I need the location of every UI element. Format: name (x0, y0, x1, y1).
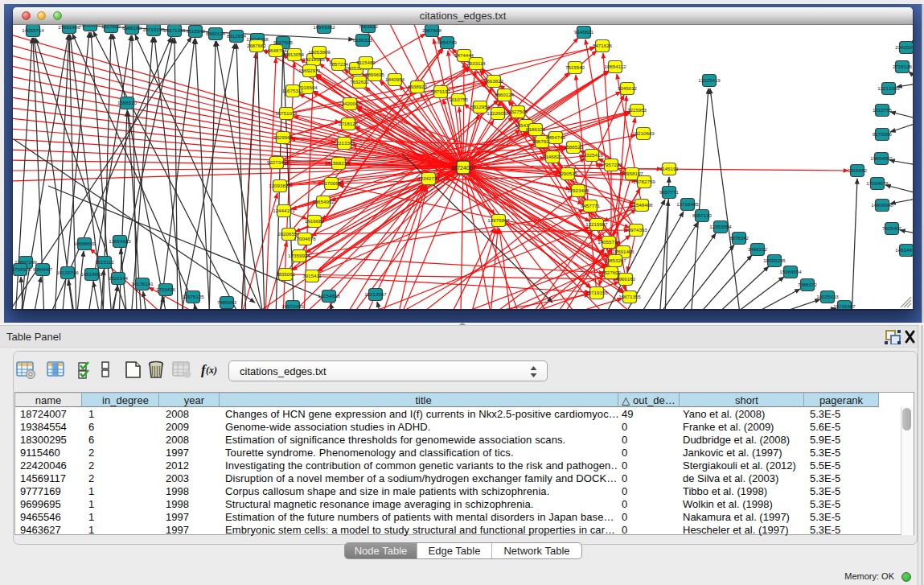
svg-text:9657771: 9657771 (659, 189, 680, 195)
svg-text:13654923: 13654923 (109, 238, 131, 244)
svg-text:8186323: 8186323 (526, 126, 546, 132)
svg-text:2967608: 2967608 (422, 27, 442, 33)
svg-text:14909948: 14909948 (871, 202, 893, 208)
svg-text:6966160: 6966160 (616, 276, 636, 282)
svg-text:17359924: 17359924 (288, 253, 310, 258)
svg-text:9327505: 9327505 (508, 109, 528, 114)
svg-text:3498212: 3498212 (748, 246, 768, 252)
svg-text:1615112: 1615112 (95, 259, 114, 265)
svg-text:8813054: 8813054 (285, 51, 305, 57)
svg-text:14055714: 14055714 (598, 239, 620, 245)
svg-text:7625402: 7625402 (882, 225, 902, 231)
svg-text:17004678: 17004678 (294, 236, 316, 241)
svg-text:6879197: 6879197 (431, 89, 451, 94)
svg-text:10853267: 10853267 (79, 25, 101, 27)
svg-text:12093822: 12093822 (269, 183, 291, 188)
svg-text:8454749: 8454749 (437, 39, 458, 45)
svg-text:(x): (x) (206, 365, 217, 376)
svg-text:7485063: 7485063 (217, 299, 237, 305)
svg-text:2522144: 2522144 (109, 275, 129, 281)
svg-text:9146821: 9146821 (574, 29, 594, 35)
svg-text:7632621: 7632621 (350, 79, 370, 84)
svg-text:8267130: 8267130 (692, 212, 713, 218)
svg-text:12975125: 12975125 (182, 294, 204, 299)
svg-text:17957223: 17957223 (600, 162, 622, 167)
svg-text:13325419: 13325419 (698, 77, 721, 83)
svg-text:1835061: 1835061 (276, 271, 296, 277)
svg-text:8454749: 8454749 (546, 134, 566, 140)
svg-text:9384067: 9384067 (33, 266, 53, 272)
svg-text:7663822: 7663822 (359, 25, 379, 29)
svg-text:15756928: 15756928 (13, 266, 31, 272)
svg-text:16053809: 16053809 (308, 49, 331, 55)
svg-text:9146821: 9146821 (543, 154, 563, 159)
svg-text:27691406: 27691406 (612, 249, 634, 254)
svg-text:10853267: 10853267 (604, 257, 626, 263)
svg-text:8660124: 8660124 (206, 31, 226, 36)
svg-text:1290515: 1290515 (558, 171, 578, 176)
svg-text:7515540: 7515540 (186, 28, 206, 34)
svg-text:1010755: 1010755 (449, 97, 469, 102)
svg-text:8186323: 8186323 (353, 37, 373, 43)
svg-text:1527602: 1527602 (602, 270, 622, 275)
svg-text:3915411: 3915411 (302, 273, 322, 278)
svg-text:1916682: 1916682 (848, 167, 868, 173)
svg-text:19654952: 19654952 (312, 199, 335, 204)
svg-text:13325419: 13325419 (581, 152, 603, 158)
svg-text:9115460: 9115460 (356, 60, 376, 65)
svg-text:16782759: 16782759 (633, 179, 655, 184)
svg-text:16671355: 16671355 (618, 294, 641, 299)
svg-text:8938923: 8938923 (408, 84, 428, 89)
svg-text:10654112: 10654112 (604, 64, 626, 69)
svg-text:19384554: 19384554 (779, 269, 802, 274)
svg-text:1145191: 1145191 (659, 166, 679, 171)
svg-text:11548408: 11548408 (630, 202, 653, 208)
svg-text:1588520: 1588520 (117, 100, 138, 105)
svg-text:14055714: 14055714 (22, 27, 44, 33)
svg-text:12342737: 12342737 (417, 175, 440, 181)
svg-text:8912954: 8912954 (470, 104, 491, 109)
svg-text:7515540: 7515540 (565, 64, 585, 70)
svg-text:2718126: 2718126 (339, 121, 359, 126)
svg-text:16210643: 16210643 (632, 130, 655, 136)
svg-text:13226058: 13226058 (487, 110, 509, 116)
svg-text:23420046: 23420046 (339, 101, 361, 106)
svg-text:11568219: 11568219 (327, 160, 350, 166)
svg-text:1440954: 1440954 (385, 76, 405, 82)
svg-text:10719155: 10719155 (142, 27, 165, 32)
svg-text:12213369: 12213369 (333, 140, 355, 146)
svg-text:17004678: 17004678 (866, 180, 889, 186)
svg-text:16154808: 16154808 (318, 293, 340, 299)
svg-text:8878342: 8878342 (729, 235, 749, 241)
svg-text:15692971: 15692971 (298, 68, 321, 73)
svg-text:16671355: 16671355 (163, 27, 186, 33)
svg-text:27691406: 27691406 (58, 25, 80, 30)
svg-text:18300295: 18300295 (763, 257, 786, 263)
svg-text:12353594: 12353594 (709, 224, 732, 229)
svg-text:2718126: 2718126 (893, 64, 913, 69)
svg-text:1588520: 1588520 (564, 144, 584, 150)
svg-text:9457771: 9457771 (581, 203, 601, 208)
svg-text:10688609: 10688609 (73, 241, 96, 246)
svg-text:18724007: 18724007 (450, 165, 475, 171)
svg-text:9329966: 9329966 (273, 134, 294, 140)
svg-text:11675311: 11675311 (282, 88, 304, 93)
svg-text:10025433: 10025433 (816, 294, 839, 299)
svg-text:14914479: 14914479 (895, 247, 913, 253)
svg-text:8660124: 8660124 (495, 92, 515, 97)
svg-text:6966160: 6966160 (122, 25, 142, 31)
svg-text:23420046: 23420046 (895, 44, 913, 50)
svg-text:2687662: 2687662 (247, 43, 267, 48)
svg-text:8471626: 8471626 (593, 43, 613, 48)
svg-text:16120746: 16120746 (56, 270, 79, 275)
svg-text:13975867: 13975867 (487, 217, 510, 223)
svg-text:2933114: 2933114 (466, 60, 486, 66)
svg-text:10974393: 10974393 (625, 227, 647, 233)
svg-text:12215987: 12215987 (585, 221, 608, 227)
svg-text:1010755: 1010755 (873, 107, 893, 113)
svg-text:14524851: 14524851 (80, 271, 103, 277)
svg-text:7386372: 7386372 (798, 282, 818, 287)
svg-text:14136141: 14136141 (131, 281, 154, 286)
svg-text:1527602: 1527602 (101, 25, 121, 29)
svg-text:19654952: 19654952 (870, 155, 893, 161)
